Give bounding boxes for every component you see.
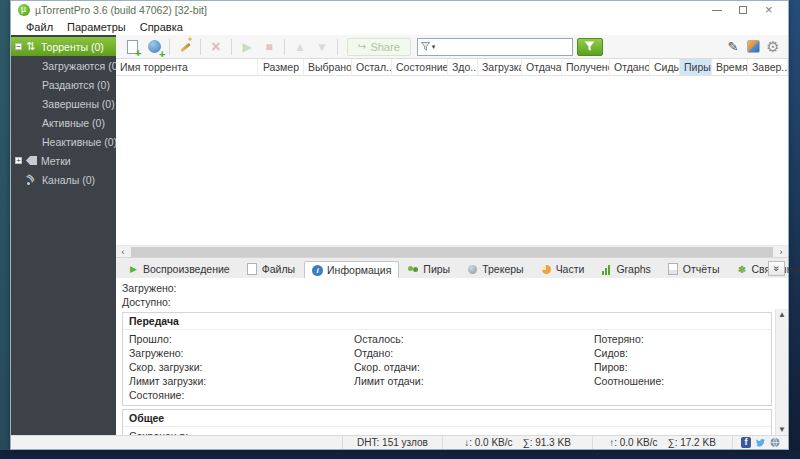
sidebar-item[interactable]: + Метки bbox=[11, 151, 116, 170]
share-button[interactable]: Share bbox=[347, 38, 411, 56]
scroll-down-icon[interactable]: ▼ bbox=[778, 424, 786, 435]
torrent-list[interactable] bbox=[116, 76, 788, 245]
move-down-button[interactable] bbox=[312, 37, 332, 57]
tab-icon bbox=[668, 264, 679, 275]
column-header[interactable]: Завер... bbox=[748, 59, 788, 75]
appearance-button[interactable] bbox=[744, 38, 762, 56]
scroll-right-icon[interactable]: › bbox=[774, 246, 788, 258]
expander-icon[interactable]: + bbox=[15, 157, 22, 164]
pencil-icon bbox=[728, 39, 739, 54]
maximize-icon[interactable] bbox=[738, 5, 748, 15]
app-icon bbox=[18, 4, 30, 16]
detail-tab[interactable]: Связанное bbox=[728, 260, 800, 278]
create-torrent-button[interactable] bbox=[175, 37, 195, 57]
field-label: Сидов: bbox=[594, 346, 765, 360]
sidebar-item-label: Загружаются (0) bbox=[42, 60, 116, 72]
toolbar-separator bbox=[337, 39, 338, 55]
sidebar-item[interactable]: Активные (0) bbox=[11, 113, 116, 132]
column-header[interactable]: Здо... bbox=[448, 59, 478, 75]
content-area: Share ▾ Имя торрента bbox=[116, 35, 788, 435]
column-header[interactable]: Выбрано bbox=[304, 59, 352, 75]
detail-tab[interactable]: Части bbox=[533, 260, 593, 278]
main-row: − Торренты (0) Загружаются (0) Раздаются… bbox=[11, 35, 788, 435]
close-icon[interactable] bbox=[764, 5, 774, 15]
remove-button[interactable] bbox=[206, 37, 226, 57]
edit-button[interactable] bbox=[724, 38, 742, 56]
globe-icon[interactable] bbox=[770, 437, 780, 448]
collapse-panel-button[interactable] bbox=[768, 261, 785, 276]
sidebar-item-label: Раздаются (0) bbox=[42, 79, 110, 91]
field-label: Сохранен в: bbox=[129, 429, 467, 435]
menu-item[interactable]: Справка bbox=[133, 21, 190, 33]
download-status: ↓: 0.0 KB/с ∑: 91.3 KB bbox=[442, 436, 592, 449]
facebook-icon[interactable] bbox=[741, 437, 751, 448]
column-header[interactable]: Имя торрента bbox=[116, 59, 258, 75]
general-row: Сохранен в: bbox=[123, 429, 771, 435]
twitter-icon[interactable] bbox=[755, 438, 766, 448]
tab-label: Graphs bbox=[616, 263, 650, 275]
tab-label: Воспроизведение bbox=[143, 263, 230, 275]
column-header[interactable]: Остал... bbox=[352, 59, 392, 75]
menu-item[interactable]: Файл bbox=[19, 21, 60, 33]
detail-tab[interactable]: Информация bbox=[304, 261, 399, 279]
column-header[interactable]: Состояние bbox=[392, 59, 448, 75]
sidebar-item[interactable]: Завершены (0) bbox=[11, 94, 116, 113]
social-links bbox=[732, 436, 788, 449]
scroll-up-icon[interactable]: ▲ bbox=[778, 309, 786, 320]
column-header[interactable]: Получено bbox=[562, 59, 610, 75]
add-torrent-icon bbox=[127, 40, 138, 54]
detail-tab[interactable]: Graphs bbox=[593, 260, 658, 278]
desktop-taskbar-strip bbox=[0, 450, 800, 459]
status-empty-segment bbox=[11, 436, 342, 449]
menu-item[interactable]: Параметры bbox=[60, 21, 133, 33]
settings-button[interactable] bbox=[764, 38, 782, 56]
stop-button[interactable] bbox=[259, 37, 279, 57]
detail-tab[interactable]: Файлы bbox=[239, 260, 303, 278]
detail-tab[interactable]: Трекеры bbox=[459, 260, 531, 278]
horizontal-scrollbar[interactable]: ‹ › bbox=[116, 245, 788, 257]
detail-tab[interactable]: Отчёты bbox=[660, 260, 728, 278]
field-label: Осталось: bbox=[354, 332, 594, 346]
sidebar-item[interactable]: − Торренты (0) bbox=[11, 37, 116, 56]
sidebar-item[interactable]: Неактивные (0) bbox=[11, 132, 116, 151]
detail-tab[interactable]: Воспроизведение bbox=[120, 260, 238, 278]
transfer-row: Состояние: bbox=[123, 388, 771, 402]
transfer-row: Лимит загрузки: Лимит отдачи: Соотношени… bbox=[123, 374, 771, 388]
detail-tabs: Воспроизведение Файлы Информация bbox=[120, 258, 800, 278]
move-up-button[interactable] bbox=[290, 37, 310, 57]
column-header[interactable]: Размер bbox=[258, 59, 304, 75]
sidebar-item[interactable]: Каналы (0) bbox=[11, 170, 116, 189]
field-label: Скор. отдачи: bbox=[354, 360, 594, 374]
sidebar-item-icon bbox=[26, 156, 37, 165]
tab-icon bbox=[601, 264, 612, 275]
expander-icon[interactable]: − bbox=[15, 43, 22, 50]
add-torrent-button[interactable] bbox=[122, 37, 142, 57]
column-header[interactable]: Загрузка bbox=[478, 59, 522, 75]
search-box: ▾ bbox=[417, 38, 573, 56]
field-label: Соотношение: bbox=[594, 374, 765, 388]
sidebar-item[interactable]: Раздаются (0) bbox=[11, 75, 116, 94]
minimize-icon[interactable] bbox=[712, 5, 722, 15]
column-header[interactable]: Сиды bbox=[650, 59, 680, 75]
column-header[interactable]: Пиры bbox=[680, 59, 712, 75]
sidebar-item-icon bbox=[26, 174, 38, 186]
filter-button[interactable] bbox=[577, 38, 603, 56]
detail-tab[interactable]: Пиры bbox=[400, 260, 458, 278]
start-button[interactable] bbox=[237, 37, 257, 57]
column-header[interactable]: Время bbox=[712, 59, 748, 75]
add-url-button[interactable] bbox=[144, 37, 164, 57]
scroll-left-icon[interactable]: ‹ bbox=[116, 246, 130, 258]
scrollbar-thumb[interactable] bbox=[131, 247, 773, 257]
general-fields: Сохранен в: Размер: Частей: Создан: bbox=[123, 427, 771, 435]
toolbar-separator bbox=[200, 39, 201, 55]
search-input[interactable] bbox=[437, 40, 568, 54]
column-header[interactable]: Отдано bbox=[610, 59, 650, 75]
field-label: Лимит загрузки: bbox=[129, 374, 354, 388]
torrent-table-header: Имя торрента Размер Выбрано Остал... Сос… bbox=[116, 59, 788, 76]
sidebar-item[interactable]: Загружаются (0) bbox=[11, 56, 116, 75]
column-header[interactable]: Отдача bbox=[522, 59, 562, 75]
create-torrent-icon bbox=[178, 39, 193, 54]
tab-label: Отчёты bbox=[683, 263, 720, 275]
chevron-down-icon[interactable]: ▾ bbox=[432, 43, 436, 51]
vertical-scrollbar[interactable]: ▲ ▼ bbox=[775, 309, 788, 435]
